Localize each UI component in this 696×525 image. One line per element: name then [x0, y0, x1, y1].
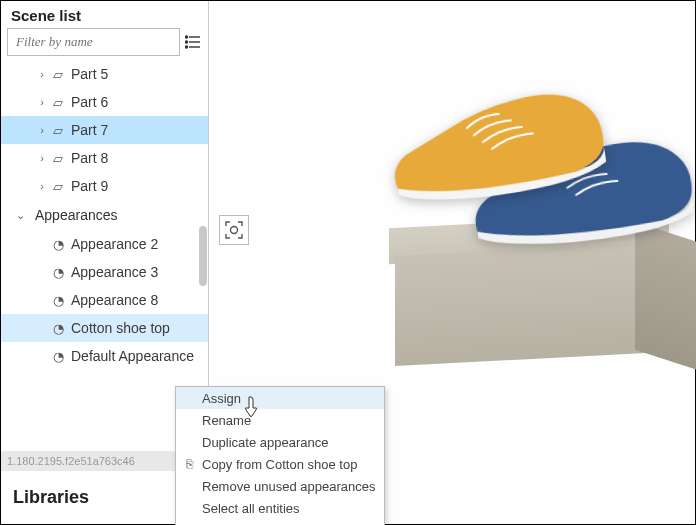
filter-input[interactable] — [7, 28, 180, 56]
appearances-header[interactable]: ⌄ Appearances — [1, 200, 208, 230]
focus-selection-button[interactable] — [219, 215, 249, 245]
appearance-icon: ◔ — [49, 265, 67, 280]
ctx-label: Remove unused appearances — [202, 479, 375, 494]
svg-point-5 — [186, 46, 188, 48]
ctx-label: Select all entities — [202, 501, 300, 516]
appearance-item[interactable]: ◔ Appearance 2 — [1, 230, 208, 258]
appearance-icon: ◔ — [49, 293, 67, 308]
tree-item-part[interactable]: › ▱ Part 6 — [1, 88, 208, 116]
chevron-right-icon: › — [35, 96, 49, 108]
ctx-delete[interactable]: ✕ Delete — [176, 519, 384, 525]
tree-item-part[interactable]: › ▱ Part 8 — [1, 144, 208, 172]
ctx-label: Duplicate appearance — [202, 435, 328, 450]
part-icon: ▱ — [49, 179, 67, 194]
part-icon: ▱ — [49, 123, 67, 138]
appearance-label: Cotton shoe top — [71, 320, 170, 336]
chevron-right-icon: › — [35, 180, 49, 192]
ctx-copy-from[interactable]: ⎘ Copy from Cotton shoe top — [176, 453, 384, 475]
tree-item-part[interactable]: › ▱ Part 9 — [1, 172, 208, 200]
ctx-label: Assign — [202, 391, 241, 406]
appearance-item[interactable]: ◔ Default Appearance — [1, 342, 208, 370]
context-menu: Assign Rename Duplicate appearance ⎘ Cop… — [175, 386, 385, 525]
ctx-label: Rename — [202, 413, 251, 428]
ctx-label: Copy from Cotton shoe top — [202, 457, 357, 472]
ctx-remove-unused[interactable]: Remove unused appearances — [176, 475, 384, 497]
svg-point-3 — [186, 36, 188, 38]
section-label: Appearances — [35, 207, 118, 223]
ctx-duplicate[interactable]: Duplicate appearance — [176, 431, 384, 453]
appearance-label: Appearance 2 — [71, 236, 158, 252]
part-icon: ▱ — [49, 151, 67, 166]
ctx-rename[interactable]: Rename — [176, 409, 384, 431]
tree-item-label: Part 9 — [71, 178, 108, 194]
tree-item-label: Part 8 — [71, 150, 108, 166]
appearance-icon: ◔ — [49, 237, 67, 252]
svg-point-6 — [231, 227, 238, 234]
part-icon: ▱ — [49, 67, 67, 82]
tree-item-label: Part 7 — [71, 122, 108, 138]
chevron-right-icon: › — [35, 68, 49, 80]
ctx-assign[interactable]: Assign — [176, 387, 384, 409]
appearance-icon: ◔ — [49, 321, 67, 336]
svg-point-4 — [186, 41, 188, 43]
scrollbar-thumb[interactable] — [199, 226, 207, 286]
chevron-right-icon: › — [35, 152, 49, 164]
tree-item-part-selected[interactable]: › ▱ Part 7 — [1, 116, 208, 144]
appearance-label: Default Appearance — [71, 348, 194, 364]
list-view-icon[interactable] — [184, 35, 202, 49]
sidebar-title: Scene list — [1, 1, 208, 28]
ctx-select-all[interactable]: Select all entities — [176, 497, 384, 519]
chevron-down-icon: ⌄ — [13, 209, 27, 222]
appearance-item-selected[interactable]: ◔ Cotton shoe top — [1, 314, 208, 342]
appearance-icon: ◔ — [49, 349, 67, 364]
appearance-item[interactable]: ◔ Appearance 8 — [1, 286, 208, 314]
tree-item-label: Part 6 — [71, 94, 108, 110]
appearance-label: Appearance 8 — [71, 292, 158, 308]
part-icon: ▱ — [49, 95, 67, 110]
box-front — [395, 242, 665, 366]
appearance-item[interactable]: ◔ Appearance 3 — [1, 258, 208, 286]
appearance-label: Appearance 3 — [71, 264, 158, 280]
tree-item-part[interactable]: › ▱ Part 5 — [1, 60, 208, 88]
tree-item-label: Part 5 — [71, 66, 108, 82]
chevron-right-icon: › — [35, 124, 49, 136]
filter-row — [1, 28, 208, 60]
copy-icon: ⎘ — [182, 457, 196, 471]
